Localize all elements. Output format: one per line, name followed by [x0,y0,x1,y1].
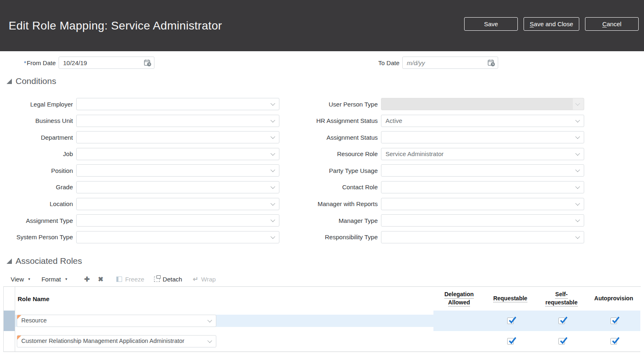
responsibility-type-select[interactable] [381,231,584,243]
business-unit-select[interactable] [76,115,279,127]
chevron-down-icon [270,101,275,106]
field-job: Job [3,148,279,160]
self-requestable-checkbox[interactable] [558,338,565,345]
role-name-select[interactable]: Customer Relationship Management Applica… [17,335,216,347]
role-name-select[interactable]: Resource [17,315,216,327]
conditions-right-column: User Person Type HR Assignment Status Ac… [308,98,584,243]
chevron-down-icon [575,218,580,222]
chevron-down-icon [207,318,212,322]
chevron-down-icon [270,118,275,122]
requestable-checkbox[interactable] [507,318,514,324]
column-header-autoprovision: Autoprovision [587,287,640,311]
detach-icon [154,277,160,282]
save-button[interactable]: Save [464,17,518,31]
view-menu[interactable]: View▼ [11,276,31,283]
field-contact-role: Contact Role [308,181,584,193]
autoprovision-cell [587,311,640,331]
field-manager-with-reports: Manager with Reports [308,198,584,210]
field-legal-employer: Legal Employer [3,98,279,110]
datepicker-icon[interactable] [488,59,495,67]
date-row: *From Date To Date [0,57,644,69]
to-date-input[interactable] [402,57,498,69]
datepicker-icon[interactable] [144,59,152,67]
edited-cell-marker [17,315,21,319]
resource-role-select[interactable]: Service Administrator [381,148,584,160]
grade-select[interactable] [76,181,279,193]
row-selector[interactable] [4,311,15,331]
caret-down-icon: ▼ [27,277,31,281]
edited-cell-marker [17,336,21,340]
manager-with-reports-select[interactable] [381,198,584,210]
chevron-down-icon [270,134,275,139]
delegation-allowed-cell [433,311,485,331]
location-select[interactable] [76,198,279,210]
autoprovision-cell [587,331,640,352]
detach-button[interactable]: Detach [154,276,182,283]
wrap-button: ↵Wrap [193,276,216,283]
chevron-down-icon [575,184,580,189]
legal-employer-select[interactable] [76,98,279,110]
chevron-down-icon [270,234,275,238]
field-grade: Grade [3,181,279,193]
header-actions: Save Save and Close Cancel [464,17,639,31]
user-person-type-select [381,98,584,110]
associated-roles-title: Associated Roles [16,256,82,266]
delete-row-button[interactable]: ✖ [98,275,103,283]
collapse-triangle-icon[interactable] [7,259,12,264]
cancel-button[interactable]: Cancel [585,17,639,31]
to-date-field: To Date [352,57,498,69]
requestable-cell [485,331,536,352]
save-and-close-button[interactable]: Save and Close [524,17,579,31]
department-select[interactable] [76,131,279,143]
collapse-triangle-icon[interactable] [7,79,12,84]
table-row: Resource [4,311,640,331]
column-header-role-name: Role Name [15,287,433,311]
manager-type-select[interactable] [381,214,584,227]
field-hr-assignment-status: HR Assignment Status Active [308,115,584,127]
self-requestable-checkbox[interactable] [558,318,565,324]
chevron-down-icon [270,151,275,156]
chevron-down-icon [270,168,275,172]
chevron-down-icon [270,201,275,205]
field-location: Location [3,198,279,210]
caret-down-icon: ▼ [65,277,68,281]
from-date-input[interactable] [59,57,154,69]
requestable-checkbox[interactable] [507,338,514,345]
associated-roles-section-header: Associated Roles [7,256,82,266]
chevron-down-icon [575,234,580,238]
conditions-section-header: Conditions [7,76,56,86]
field-business-unit: Business Unit [3,115,279,127]
party-type-usage-select[interactable] [381,164,584,177]
position-select[interactable] [76,164,279,177]
chevron-down-icon [270,184,275,189]
hr-assignment-status-select[interactable]: Active [381,115,584,127]
format-menu[interactable]: Format▼ [41,276,68,283]
field-resource-role: Resource Role Service Administrator [308,148,584,160]
system-person-type-select[interactable] [76,231,279,243]
from-date-label: *From Date [3,59,56,66]
contact-role-select[interactable] [381,181,584,193]
chevron-down-icon [575,118,580,122]
row-selector-gutter-header [4,287,15,311]
conditions-left-column: Legal Employer Business Unit Department … [3,98,279,243]
chevron-down-icon [575,151,580,156]
add-row-button[interactable]: ✚ [84,275,90,283]
field-responsibility-type: Responsibility Type [308,231,584,243]
chevron-down-icon [207,338,212,343]
delegation-allowed-cell [433,331,485,352]
autoprovision-checkbox[interactable] [610,338,617,345]
autoprovision-checkbox[interactable] [610,318,617,324]
wrap-icon: ↵ [193,276,198,283]
chevron-down-icon [575,134,580,139]
column-header-requestable: Requestable [485,287,536,311]
assignment-status-select[interactable] [381,131,584,143]
conditions-title: Conditions [16,76,56,86]
job-select[interactable] [76,148,279,160]
required-asterisk: * [24,59,26,66]
self-requestable-cell [536,311,587,331]
table-row: Customer Relationship Management Applica… [4,331,640,352]
row-selector[interactable] [4,331,15,352]
chevron-down-icon [270,218,275,222]
chevron-down-icon [575,168,580,172]
assignment-type-select[interactable] [76,214,279,227]
